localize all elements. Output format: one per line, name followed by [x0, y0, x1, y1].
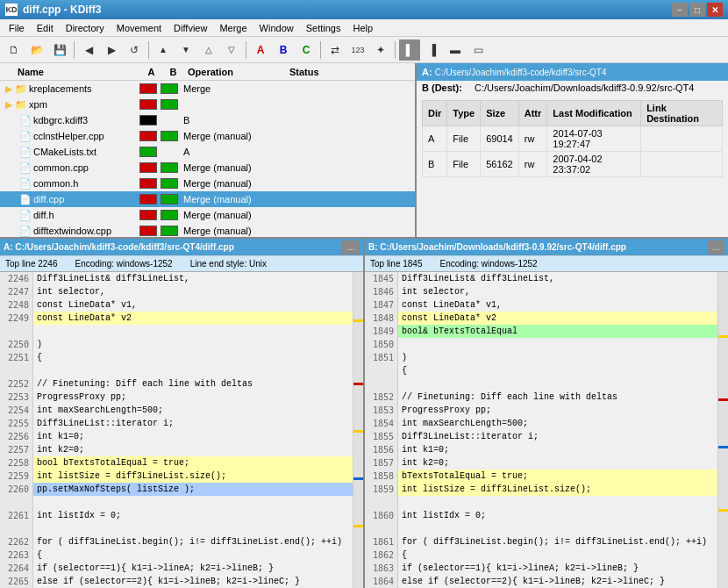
- line-number: [365, 522, 397, 535]
- file-row[interactable]: 📄 kdbgrc.kdiff3 B: [0, 112, 415, 128]
- diff-left-encoding: Encoding: windows-1252: [75, 259, 173, 269]
- tb-open[interactable]: 📂: [26, 39, 47, 61]
- tb-view4[interactable]: ▭: [467, 39, 489, 61]
- line-number: 2255: [0, 417, 32, 430]
- tb-sep5: [395, 41, 396, 59]
- diff-code-left: Diff3LineList& diff3LineList,int selecto…: [33, 272, 353, 588]
- file-name: kdbgrc.kdiff3: [33, 115, 88, 125]
- menu-diffview[interactable]: Diffview: [168, 22, 212, 34]
- code-line: [33, 496, 353, 509]
- diff-left-lineend: Line end style: Unix: [190, 259, 267, 269]
- diff-scrollbar-right[interactable]: [717, 272, 728, 588]
- title-bar: KD diff.cpp - KDiff3 − □ ✕: [0, 0, 728, 19]
- menu-edit[interactable]: Edit: [32, 22, 59, 34]
- file-list-body[interactable]: ▶ 📁 kreplacements Merge ▶ 📁 xpm 📄 kdbgrc…: [0, 81, 415, 237]
- tb-down2[interactable]: ▽: [221, 39, 242, 61]
- file-row[interactable]: ▶ 📁 kreplacements Merge: [0, 81, 415, 97]
- color-a: [139, 115, 157, 125]
- diff-code-right: Diff3LineList& diff3LineList,int selecto…: [398, 272, 717, 588]
- tb-view1[interactable]: ▌: [399, 39, 420, 61]
- line-number: 2247: [0, 285, 32, 298]
- line-number: 1846: [365, 285, 397, 298]
- info-table-cell: File: [447, 152, 481, 177]
- color-b: [161, 83, 178, 94]
- tb-back[interactable]: ◀: [78, 39, 99, 61]
- tb-info[interactable]: 123: [347, 39, 368, 61]
- file-row[interactable]: 📄 CMakeLists.txt A: [0, 144, 415, 160]
- tb-down[interactable]: ▼: [175, 39, 196, 61]
- code-line: {: [33, 351, 353, 364]
- r-marker2: [718, 398, 728, 401]
- info-b-row: B (Dest): C:/Users/Joachim/Downloads/kdi…: [417, 81, 728, 95]
- diff-left-topline: Top line 2246: [5, 259, 58, 269]
- file-row[interactable]: 📄 diff.h Merge (manual): [0, 207, 415, 223]
- line-number: 2259: [0, 470, 32, 483]
- file-row[interactable]: 📄 diff.cpp Merge (manual): [0, 191, 415, 207]
- line-number: [365, 496, 397, 509]
- diff-right-more-btn[interactable]: …: [707, 240, 724, 255]
- info-a-path: C:/Users/Joachim/kdiff3-code/kdiff3/src-…: [435, 68, 607, 77]
- code-line: Diff3LineList::iterator i;: [33, 417, 353, 430]
- menu-file[interactable]: File: [4, 22, 30, 34]
- info-table-cell: rw: [518, 126, 547, 152]
- file-row[interactable]: 📄 common.cpp Merge (manual): [0, 160, 415, 176]
- tb-star[interactable]: ✦: [370, 39, 391, 61]
- diff-body-right[interactable]: 1845184618471848184918501851185218531854…: [365, 272, 728, 588]
- info-table-cell: File: [447, 126, 481, 152]
- tb-forward[interactable]: ▶: [101, 39, 122, 61]
- diff-scrollbar-left[interactable]: [353, 272, 363, 588]
- file-icon: 📄: [19, 131, 32, 142]
- info-table-cell: [641, 152, 723, 177]
- info-header: A: C:/Users/Joachim/kdiff3-code/kdiff3/s…: [417, 63, 728, 81]
- tb-new[interactable]: 🗋: [4, 39, 25, 61]
- tb-up[interactable]: ▲: [153, 39, 174, 61]
- line-number: 1852: [365, 391, 397, 404]
- code-line: int maxSearchLength=500;: [398, 417, 717, 430]
- menu-movement[interactable]: Movement: [111, 22, 167, 34]
- diff-right-topline: Top line 1845: [370, 259, 423, 269]
- tb-view2[interactable]: ▐: [422, 39, 443, 61]
- folder-icon: ▶ 📁: [5, 99, 27, 111]
- maximize-button[interactable]: □: [689, 3, 705, 17]
- file-icon: 📄: [19, 115, 32, 126]
- diff-panel-right: B: C:/Users/Joachim/Downloads/kdiff3-0.9…: [365, 239, 728, 588]
- file-row[interactable]: 📄 common.h Merge (manual): [0, 176, 415, 191]
- line-number: 2254: [0, 404, 32, 417]
- file-name: cclnstHelper.cpp: [33, 131, 104, 141]
- col-op-header: Operation: [184, 67, 289, 77]
- line-number: 2264: [0, 562, 32, 575]
- line-number: [0, 496, 32, 509]
- title-bar-controls[interactable]: − □ ✕: [672, 3, 723, 17]
- tb-merge-c[interactable]: C: [296, 39, 317, 61]
- menu-merge[interactable]: Merge: [214, 22, 252, 34]
- color-b: [161, 226, 178, 236]
- info-panel: A: C:/Users/Joachim/kdiff3-code/kdiff3/s…: [417, 63, 728, 237]
- line-number: 1864: [365, 575, 397, 588]
- line-number: 2261: [0, 509, 32, 522]
- marker5: [353, 525, 363, 527]
- line-number: 1853: [365, 404, 397, 417]
- file-row[interactable]: 📄 cclnstHelper.cpp Merge (manual): [0, 128, 415, 144]
- tb-arrows[interactable]: ⇄: [325, 39, 346, 61]
- code-line: const LineData* v1,: [33, 298, 353, 312]
- tb-merge-b[interactable]: B: [273, 39, 294, 61]
- menu-help[interactable]: Help: [347, 22, 378, 34]
- close-button[interactable]: ✕: [707, 3, 723, 17]
- tb-view3[interactable]: ▬: [445, 39, 466, 61]
- tb-sep2: [148, 41, 149, 59]
- diff-body-left[interactable]: 2246224722482249225022512252225322542255…: [0, 272, 363, 588]
- tb-merge-a[interactable]: A: [250, 39, 271, 61]
- minimize-button[interactable]: −: [672, 3, 688, 17]
- tb-up2[interactable]: △: [198, 39, 219, 61]
- diff-left-more-btn[interactable]: …: [342, 240, 360, 255]
- menu-settings[interactable]: Settings: [301, 22, 346, 34]
- tb-save[interactable]: 💾: [49, 39, 70, 61]
- file-icon: 📄: [19, 226, 32, 237]
- file-row[interactable]: ▶ 📁 xpm: [0, 97, 415, 112]
- file-row[interactable]: 📄 difftextwindow.cpp Merge (manual): [0, 223, 415, 237]
- code-line: Diff3LineList& diff3LineList,: [398, 272, 717, 285]
- menu-window[interactable]: Window: [254, 22, 299, 34]
- menu-directory[interactable]: Directory: [61, 22, 110, 34]
- diff-info-bar-left: Top line 2246 Encoding: windows-1252 Lin…: [0, 256, 363, 272]
- tb-reload[interactable]: ↺: [124, 39, 145, 61]
